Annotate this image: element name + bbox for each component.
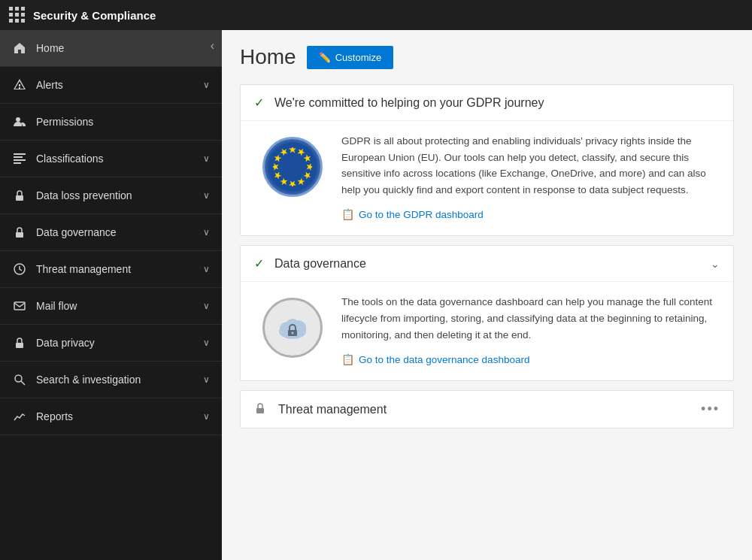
customize-button[interactable]: ✏️ Customize — [307, 46, 393, 69]
sidebar-item-threat-management[interactable]: Threat management ∨ — [0, 251, 222, 288]
lock-icon — [12, 188, 27, 203]
svg-rect-6 — [16, 232, 23, 238]
svg-marker-18 — [289, 181, 296, 186]
eu-flag-icon — [259, 133, 326, 201]
svg-rect-4 — [14, 162, 21, 164]
sidebar-item-dlp-label: Data loss prevention — [36, 189, 203, 201]
home-icon — [12, 41, 27, 56]
page-header: Home ✏️ Customize — [240, 45, 734, 69]
sidebar-item-alerts[interactable]: Alerts ∨ — [0, 67, 222, 104]
check-icon: ✓ — [254, 95, 264, 110]
sidebar-item-reports[interactable]: Reports ∨ — [0, 398, 222, 435]
more-options-icon[interactable]: ••• — [701, 401, 720, 417]
permissions-icon — [12, 114, 27, 129]
sidebar-collapse-button[interactable]: ‹ — [211, 39, 214, 53]
lock-icon — [12, 225, 27, 240]
data-governance-card-title: Data governance — [274, 257, 703, 271]
sidebar-item-data-governance-label: Data governance — [36, 226, 203, 238]
sidebar-item-data-privacy[interactable]: Data privacy ∨ — [0, 325, 222, 362]
gdpr-card-text: GDPR is all about protecting and enablin… — [341, 133, 715, 220]
sidebar: ‹ Home Alerts ∨ Permissions — [0, 30, 222, 560]
gdpr-card-header[interactable]: ✓ We're committed to helping on your GDP… — [241, 85, 733, 120]
svg-rect-3 — [14, 159, 26, 161]
svg-rect-5 — [16, 195, 23, 201]
gdpr-card-body: GDPR is all about protecting and enablin… — [241, 120, 733, 235]
chevron-down-icon: ∨ — [203, 227, 210, 238]
svg-marker-15 — [307, 163, 312, 171]
svg-point-0 — [16, 117, 20, 122]
chevron-down-icon: ∨ — [203, 411, 210, 422]
chart-icon — [12, 409, 27, 424]
lock-icon — [12, 335, 27, 350]
sidebar-item-data-governance[interactable]: Data governance ∨ — [0, 214, 222, 251]
threat-icon — [12, 262, 27, 277]
sidebar-item-data-loss-prevention[interactable]: Data loss prevention ∨ — [0, 177, 222, 214]
threat-management-card-header[interactable]: Threat management ••• — [241, 391, 733, 428]
check-icon: ✓ — [254, 256, 264, 271]
sidebar-item-classifications-label: Classifications — [36, 153, 203, 165]
data-governance-card-header[interactable]: ✓ Data governance ⌄ — [241, 246, 733, 281]
svg-rect-9 — [16, 343, 23, 348]
svg-marker-19 — [279, 177, 289, 186]
svg-marker-20 — [273, 171, 282, 180]
sidebar-item-search-investigation[interactable]: Search & investigation ∨ — [0, 362, 222, 398]
svg-line-11 — [21, 381, 25, 385]
sidebar-item-home-label: Home — [36, 42, 210, 54]
svg-marker-22 — [273, 153, 282, 163]
link-icon: 📋 — [341, 353, 354, 365]
link-icon: 📋 — [341, 208, 354, 220]
sidebar-item-reports-label: Reports — [36, 410, 203, 422]
svg-marker-13 — [296, 147, 306, 156]
search-icon — [12, 372, 27, 387]
chevron-down-icon: ∨ — [203, 80, 210, 90]
chevron-down-icon: ∨ — [203, 338, 210, 348]
svg-rect-30 — [256, 408, 264, 413]
svg-marker-21 — [273, 163, 278, 171]
chevron-down-icon: ∨ — [203, 153, 210, 164]
chevron-down-icon: ⌄ — [711, 258, 720, 270]
chevron-down-icon: ∨ — [203, 301, 210, 311]
svg-marker-17 — [296, 177, 306, 186]
mail-icon — [12, 298, 27, 313]
chevron-down-icon: ∨ — [203, 264, 210, 274]
lock-icon — [254, 402, 266, 416]
alert-icon — [12, 77, 27, 92]
svg-marker-23 — [279, 147, 289, 156]
sidebar-item-threat-management-label: Threat management — [36, 263, 203, 275]
gdpr-card: ✓ We're committed to helping on your GDP… — [240, 84, 734, 236]
svg-marker-14 — [303, 153, 312, 163]
gdpr-card-title: We're committed to helping on your GDPR … — [274, 96, 720, 110]
svg-point-29 — [292, 332, 294, 334]
sidebar-item-search-investigation-label: Search & investigation — [36, 374, 203, 386]
sidebar-item-classifications[interactable]: Classifications ∨ — [0, 141, 222, 177]
sidebar-item-mail-flow[interactable]: Mail flow ∨ — [0, 288, 222, 325]
threat-management-card-title: Threat management — [278, 403, 693, 416]
sidebar-item-permissions-label: Permissions — [36, 116, 210, 128]
chevron-down-icon: ∨ — [203, 190, 210, 201]
top-bar: Security & Compliance — [0, 0, 752, 30]
svg-rect-1 — [14, 153, 26, 155]
classifications-icon — [12, 151, 27, 166]
cloud-lock-icon — [259, 294, 326, 362]
sidebar-item-data-privacy-label: Data privacy — [36, 337, 203, 349]
gdpr-dashboard-link[interactable]: 📋 Go to the GDPR dashboard — [341, 208, 715, 220]
data-governance-card-body: The tools on the data governance dashboa… — [241, 281, 733, 380]
app-title: Security & Compliance — [33, 9, 156, 22]
svg-marker-12 — [289, 147, 296, 153]
page-title: Home — [240, 45, 296, 69]
svg-rect-2 — [14, 156, 23, 158]
app-grid-icon[interactable] — [9, 7, 26, 23]
svg-point-10 — [15, 375, 22, 382]
data-governance-dashboard-link[interactable]: 📋 Go to the data governance dashboard — [341, 353, 715, 365]
pencil-icon: ✏️ — [319, 52, 331, 63]
sidebar-item-home[interactable]: Home — [0, 30, 222, 67]
threat-management-card: Threat management ••• — [240, 390, 734, 428]
svg-marker-16 — [303, 171, 312, 180]
data-governance-card-text: The tools on the data governance dashboa… — [341, 294, 715, 365]
sidebar-item-permissions[interactable]: Permissions — [0, 104, 222, 141]
svg-rect-8 — [14, 302, 25, 310]
sidebar-item-mail-flow-label: Mail flow — [36, 300, 203, 312]
sidebar-item-alerts-label: Alerts — [36, 79, 203, 91]
data-governance-card: ✓ Data governance ⌄ — [240, 245, 734, 381]
chevron-down-icon: ∨ — [203, 374, 210, 385]
